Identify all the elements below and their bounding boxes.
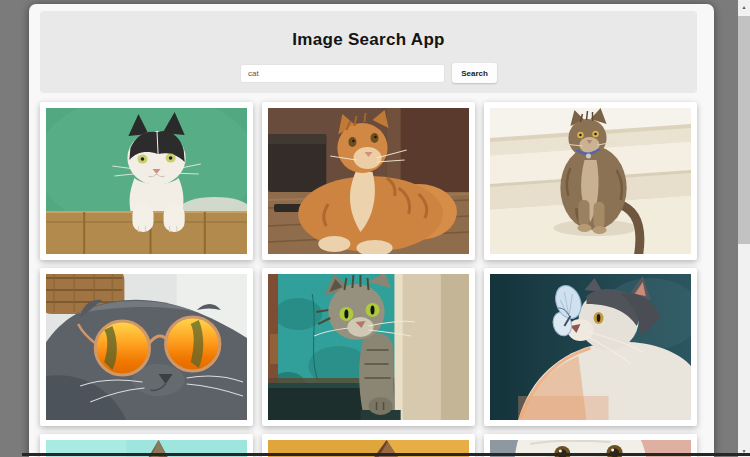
cat-photo-peeking <box>268 274 469 420</box>
scroll-up-button[interactable]: ▲ <box>738 0 750 14</box>
cat-photo-green-wall <box>46 108 247 254</box>
image-result-card[interactable] <box>40 268 253 426</box>
scrollbar[interactable]: ▲ ▼ <box>738 0 750 457</box>
cat-photo-sunglasses <box>46 274 247 420</box>
bottom-edge-bar <box>22 453 750 456</box>
app-page: Image Search App Search <box>29 4 714 457</box>
image-result-card[interactable] <box>40 102 253 260</box>
image-result-card[interactable] <box>262 268 475 426</box>
cat-photo-orange-tabby <box>268 108 469 254</box>
scrollbar-thumb[interactable] <box>738 16 750 244</box>
cat-photo-butterfly <box>490 274 691 420</box>
app-header: Image Search App Search <box>40 11 697 93</box>
cat-photo-stairs <box>490 108 691 254</box>
search-input[interactable] <box>240 64 445 83</box>
image-results-grid <box>40 102 697 457</box>
search-button[interactable]: Search <box>452 63 497 83</box>
image-result-card[interactable] <box>484 268 697 426</box>
search-form: Search <box>240 63 497 83</box>
scroll-up-icon: ▲ <box>742 4 747 10</box>
page-title: Image Search App <box>292 30 445 50</box>
image-result-card[interactable] <box>262 102 475 260</box>
image-result-card[interactable] <box>484 102 697 260</box>
